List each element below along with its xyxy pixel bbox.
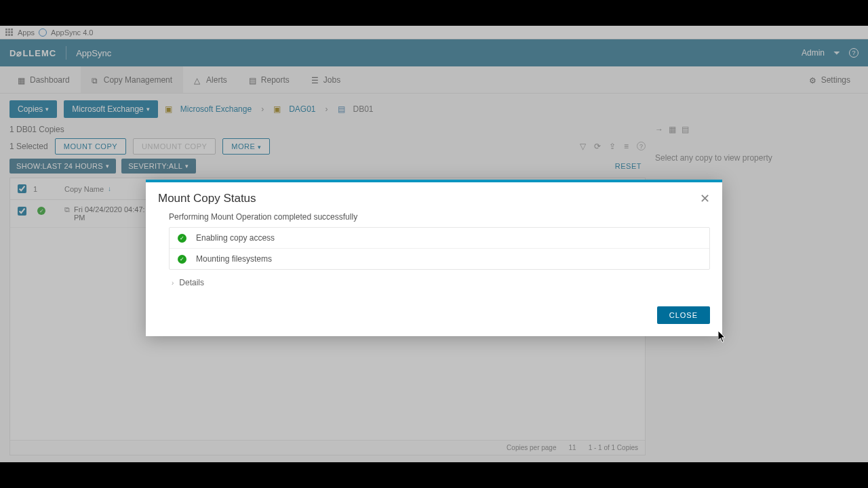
check-icon: ✓: [178, 255, 186, 264]
mount-status-modal: Mount Copy Status ✕ Performing Mount Ope…: [146, 180, 722, 336]
close-icon[interactable]: ✕: [700, 192, 710, 205]
modal-title: Mount Copy Status: [158, 192, 256, 205]
step-mount-fs: ✓ Mounting filesystems: [170, 248, 709, 269]
close-button[interactable]: CLOSE: [657, 306, 710, 324]
chevron-right-icon: ›: [172, 279, 174, 287]
details-toggle[interactable]: › Details: [169, 270, 710, 296]
check-icon: ✓: [178, 234, 186, 243]
modal-message: Performing Mount Operation completed suc…: [169, 212, 710, 222]
step-enable-access: ✓ Enabling copy access: [170, 228, 709, 248]
